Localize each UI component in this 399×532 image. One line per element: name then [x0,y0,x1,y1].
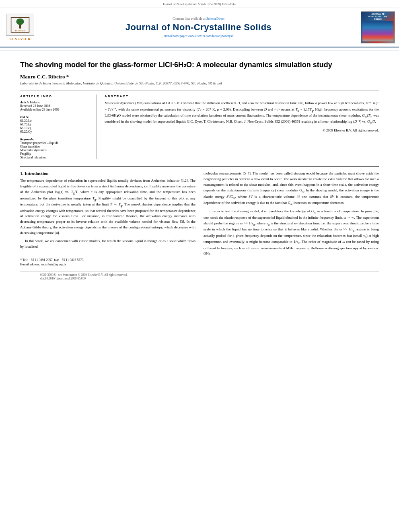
keyword-1: Transport properties – liquids [20,141,91,145]
pacs-item-4: 66.20.Cy [20,130,91,134]
bottom-bar: 0022-3093/$ - see front matter © 2009 El… [20,271,379,282]
elsevier-brand-text: ELSEVIER [9,37,31,41]
elsevier-logo-box: ELSEVIER [6,14,34,36]
svg-rect-1 [19,25,21,29]
bottom-copyright: 0022-3093/$ - see front matter © 2009 El… [40,273,359,277]
introduction-column: 1. Introduction The temperature dependen… [20,171,195,267]
available-date: Available online 29 June 2009 [20,108,91,111]
footnote-area: * Tel.: +55 11 3091 2057; fax: +55 11 38… [20,256,195,266]
author-affiliation: Laboratório de Espectroscopia Molecular,… [20,81,379,85]
abstract-text: Molecular dynamics (MD) simulations of L… [105,101,379,125]
keyword-5: Structural relaxation [20,156,91,159]
introduction-title: 1. Introduction [20,171,195,176]
footnote-email: E-mail address: mccribei@iq.usp.br [20,263,195,266]
pacs-label: PACS: [20,115,91,119]
article-info-abstract: ARTICLE INFO Article history: Received 2… [20,90,379,159]
sciencedirect-line: Contents lists available at ScienceDirec… [39,17,358,21]
contents-label: Contents lists available at [173,17,206,21]
svg-text:ELSEVIER: ELSEVIER [15,30,25,32]
journal-main-title: Journal of Non-Crystalline Solids [39,22,358,33]
introduction-body: The temperature dependence of relaxation… [20,178,195,250]
journal-thumb-title: JOURNAL OFNON-CRYSTALLINESOLIDS [368,13,387,20]
journal-header: ELSEVIER ELSEVIER Contents lists availab… [0,8,399,47]
journal-homepage: journal homepage: www.elsevier.com/locat… [39,34,358,38]
journal-title-center: Contents lists available at ScienceDirec… [39,17,358,38]
article-info-header: ARTICLE INFO [20,94,91,98]
keyword-3: Molecular dynamics [20,148,91,152]
pacs-item-3: 66.10.cg [20,126,91,130]
article-title: The shoving model for the glass-former L… [20,60,379,70]
pacs-section: PACS: 61.20.Lc 64.70.kj 66.10.cg 66.20.C… [20,115,91,134]
journal-citation: Journal of Non-Crystalline Solids 355 (2… [162,2,236,6]
sciencedirect-link[interactable]: ScienceDirect [206,17,224,21]
received-date: Received 23 June 2008 [20,104,91,108]
copyright-line: © 2009 Elsevier B.V. All rights reserved… [105,128,379,132]
history-label: Article history: [20,101,91,104]
pacs-item-2: 64.70.kj [20,123,91,126]
abstract-column: ABSTRACT Molecular dynamics (MD) simulat… [105,94,379,159]
journal-thumbnail: JOURNAL OFNON-CRYSTALLINESOLIDS [361,11,395,43]
bottom-doi: doi:10.1016/j.jnoncrysol.2009.05.050 [40,277,359,280]
right-body-column: molecular rearrangements [5–7]. The mode… [204,171,379,267]
pacs-item-1: 61.20.Lc [20,119,91,123]
article-info-column: ARTICLE INFO Article history: Received 2… [20,94,97,159]
keyword-2: Glass transition [20,145,91,148]
abstract-header: ABSTRACT [105,94,379,98]
keywords-section: Keywords: Transport properties – liquids… [20,138,91,159]
keywords-label: Keywords: [20,138,91,141]
svg-point-0 [16,18,24,25]
article-sections: 1. Introduction The temperature dependen… [20,166,379,267]
keyword-4: Fragility [20,152,91,156]
footnote-tel: * Tel.: +55 11 3091 2057; fax: +55 11 38… [20,258,195,262]
author-name: Mauro C.C. Ribeiro * [20,74,379,80]
right-body-text: molecular rearrangements [5–7]. The mode… [204,171,379,257]
main-content: The shoving model for the glass-former L… [0,54,399,288]
elsevier-logo: ELSEVIER ELSEVIER [4,14,36,41]
elsevier-tree-icon: ELSEVIER [10,17,30,33]
journal-top-bar: Journal of Non-Crystalline Solids 355 (2… [0,0,399,8]
